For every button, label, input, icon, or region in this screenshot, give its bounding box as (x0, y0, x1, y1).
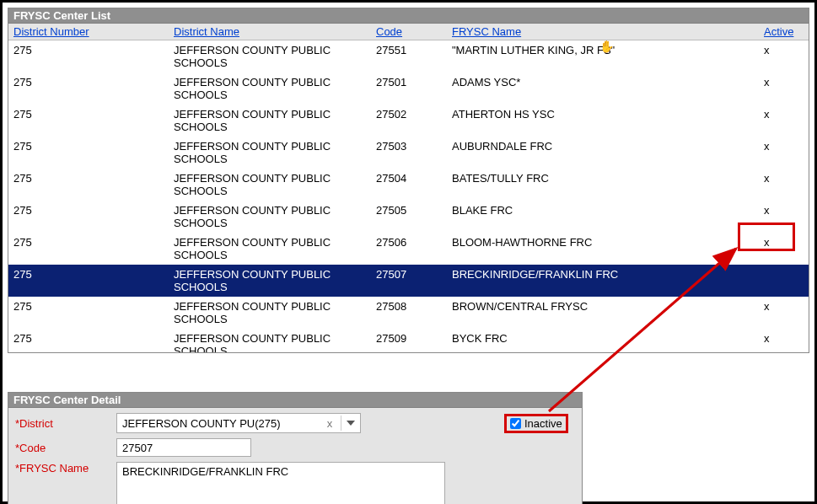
frysc-center-list-panel: FRYSC Center List District Number Distri… (8, 8, 809, 353)
list-column-headers: District Number District Name Code FRYSC… (8, 24, 809, 40)
table-row[interactable]: 275JEFFERSON COUNTY PUBLIC SCHOOLS27508B… (8, 297, 809, 329)
cell-district-number: 275 (8, 106, 169, 122)
cell-code: 27506 (371, 234, 447, 250)
label-code: *Code (15, 442, 116, 454)
cell-district-name: JEFFERSON COUNTY PUBLIC SCHOOLS (169, 74, 371, 103)
cell-district-number: 275 (8, 234, 169, 250)
label-inactive: Inactive (524, 417, 562, 430)
cell-active: x (759, 74, 801, 90)
table-row[interactable]: 275JEFFERSON COUNTY PUBLIC SCHOOLS27505B… (8, 201, 809, 233)
cell-frysc-name: ATHERTON HS YSC (447, 106, 759, 122)
list-scroll-area[interactable]: 275JEFFERSON COUNTY PUBLIC SCHOOLS27551"… (8, 40, 809, 352)
cell-active: x (759, 42, 801, 58)
col-header-frysc-name[interactable]: FRYSC Name (447, 24, 759, 40)
cell-active: x (759, 106, 801, 122)
cell-district-number: 275 (8, 74, 169, 90)
cell-code: 27501 (371, 74, 447, 90)
label-district: *District (15, 417, 116, 430)
list-panel-title: FRYSC Center List (8, 8, 809, 24)
cell-frysc-name: BRECKINRIDGE/FRANKLIN FRC (447, 266, 759, 282)
cell-district-name: JEFFERSON COUNTY PUBLIC SCHOOLS (169, 330, 371, 352)
cell-district-number: 275 (8, 138, 169, 154)
inactive-checkbox-group: Inactive (504, 414, 568, 433)
cell-district-name: JEFFERSON COUNTY PUBLIC SCHOOLS (169, 234, 371, 263)
cell-active: x (759, 298, 801, 314)
cell-district-name: JEFFERSON COUNTY PUBLIC SCHOOLS (169, 138, 371, 167)
cell-district-name: JEFFERSON COUNTY PUBLIC SCHOOLS (169, 170, 371, 199)
cell-district-name: JEFFERSON COUNTY PUBLIC SCHOOLS (169, 106, 371, 135)
cell-code: 27509 (371, 330, 447, 346)
code-input[interactable] (116, 438, 251, 457)
inactive-checkbox[interactable] (510, 418, 521, 429)
cell-frysc-name: "MARTIN LUTHER KING, JR FS" (447, 42, 759, 58)
cell-frysc-name: BYCK FRC (447, 330, 759, 346)
cell-active: x (759, 138, 801, 154)
frysc-center-detail-panel: FRYSC Center Detail *District JEFFERSON … (8, 392, 583, 504)
cell-frysc-name: BROWN/CENTRAL FRYSC (447, 298, 759, 314)
cell-active: x (759, 234, 801, 250)
table-row[interactable]: 275JEFFERSON COUNTY PUBLIC SCHOOLS27506B… (8, 233, 809, 265)
cell-active: x (759, 170, 801, 186)
cell-district-number: 275 (8, 330, 169, 346)
cell-code: 27508 (371, 298, 447, 314)
col-header-code[interactable]: Code (371, 24, 447, 40)
clear-icon[interactable]: x (322, 417, 337, 430)
table-row[interactable]: 275JEFFERSON COUNTY PUBLIC SCHOOLS27551"… (8, 40, 809, 72)
cell-active: x (759, 202, 801, 218)
table-row[interactable]: 275JEFFERSON COUNTY PUBLIC SCHOOLS27502A… (8, 105, 809, 137)
cell-district-name: JEFFERSON COUNTY PUBLIC SCHOOLS (169, 42, 371, 71)
cell-district-number: 275 (8, 298, 169, 314)
cell-district-number: 275 (8, 266, 169, 282)
cell-district-number: 275 (8, 42, 169, 58)
col-header-district-name[interactable]: District Name (169, 24, 371, 40)
district-combobox[interactable]: JEFFERSON COUNTY PU(275) x (116, 413, 361, 433)
cell-frysc-name: BLOOM-HAWTHORNE FRC (447, 234, 759, 250)
cell-district-number: 275 (8, 202, 169, 218)
cell-frysc-name: BLAKE FRC (447, 202, 759, 218)
detail-panel-title: FRYSC Center Detail (8, 393, 582, 408)
combo-divider (341, 416, 341, 431)
cell-frysc-name: AUBURNDALE FRC (447, 138, 759, 154)
cell-code: 27505 (371, 202, 447, 218)
table-row[interactable]: 275JEFFERSON COUNTY PUBLIC SCHOOLS27504B… (8, 169, 809, 201)
cell-district-number: 275 (8, 170, 169, 186)
table-row[interactable]: 275JEFFERSON COUNTY PUBLIC SCHOOLS27501A… (8, 72, 809, 105)
chevron-down-icon[interactable] (347, 421, 355, 426)
cell-district-name: JEFFERSON COUNTY PUBLIC SCHOOLS (169, 266, 371, 295)
table-row[interactable]: 275JEFFERSON COUNTY PUBLIC SCHOOLS27509B… (8, 329, 809, 352)
cell-district-name: JEFFERSON COUNTY PUBLIC SCHOOLS (169, 202, 371, 231)
col-header-district-number[interactable]: District Number (8, 24, 169, 40)
cell-code: 27504 (371, 170, 447, 186)
cell-frysc-name: ADAMS YSC* (447, 74, 759, 90)
cell-frysc-name: BATES/TULLY FRC (447, 170, 759, 186)
cell-code: 27502 (371, 106, 447, 122)
district-combobox-value: JEFFERSON COUNTY PU(275) (122, 417, 322, 430)
cell-code: 27503 (371, 138, 447, 154)
col-header-active[interactable]: Active (759, 24, 801, 40)
label-frysc-name: *FRYSC Name (15, 462, 116, 475)
cell-active (759, 266, 801, 270)
cell-active: x (759, 330, 801, 346)
table-row[interactable]: 275JEFFERSON COUNTY PUBLIC SCHOOLS27507B… (8, 265, 809, 297)
frysc-name-input[interactable] (116, 462, 445, 504)
cell-code: 27551 (371, 42, 447, 58)
cell-district-name: JEFFERSON COUNTY PUBLIC SCHOOLS (169, 298, 371, 327)
cell-code: 27507 (371, 266, 447, 282)
table-row[interactable]: 275JEFFERSON COUNTY PUBLIC SCHOOLS27503A… (8, 137, 809, 169)
